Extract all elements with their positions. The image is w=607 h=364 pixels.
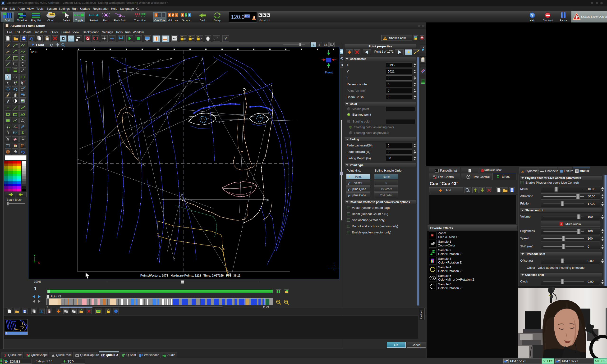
svg-text:V: V <box>225 37 227 40</box>
svg-text:X: X <box>184 38 186 40</box>
svg-text:Z: Z <box>34 261 35 263</box>
svg-text:Y: Y <box>34 254 36 257</box>
svg-text:Z: Z <box>200 38 202 40</box>
svg-text:Front: Front <box>325 71 333 74</box>
svg-text:1200: 1200 <box>30 50 37 54</box>
svg-text:>_: >_ <box>435 170 438 172</box>
svg-text:CUT: CUT <box>13 132 17 134</box>
svg-text:F: F <box>22 137 23 140</box>
svg-text:F: F <box>7 130 8 133</box>
svg-text:Y: Y <box>192 38 194 40</box>
svg-text:S: S <box>118 13 121 18</box>
svg-text:FX: FX <box>101 353 105 357</box>
svg-text:T: T <box>7 68 9 73</box>
svg-text:Σ: Σ <box>22 130 24 135</box>
svg-text:X: X <box>38 261 40 264</box>
svg-text:G: G <box>87 37 89 40</box>
